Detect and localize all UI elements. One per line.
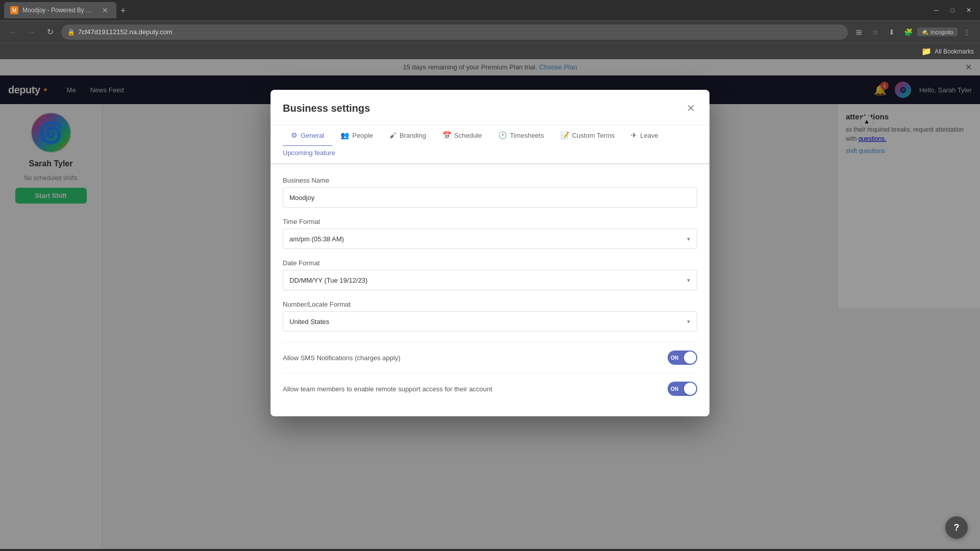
leave-tab-label: Leave bbox=[640, 132, 658, 139]
remote-support-toggle-knob bbox=[684, 383, 696, 395]
leave-tab-icon: ✈ bbox=[631, 131, 637, 139]
schedule-tab-label: Schedule bbox=[454, 132, 482, 139]
time-format-label: Time Format bbox=[283, 218, 697, 226]
tab-custom-terms[interactable]: 📝 Custom Terms bbox=[552, 125, 623, 146]
date-format-select[interactable]: DD/MM/YY (Tue 19/12/23) bbox=[283, 270, 697, 290]
date-format-label: Date Format bbox=[283, 259, 697, 267]
number-locale-group: Number/Locale Format United States bbox=[283, 300, 697, 332]
modal-close-button[interactable]: ✕ bbox=[684, 100, 697, 116]
branding-tab-icon: 🖌 bbox=[389, 131, 397, 139]
reader-mode-button[interactable]: ⊞ bbox=[852, 25, 866, 39]
all-bookmarks-link[interactable]: All Bookmarks bbox=[935, 48, 974, 55]
help-button[interactable]: ? bbox=[945, 516, 968, 539]
tab-people[interactable]: 👥 People bbox=[332, 125, 381, 146]
window-close-button[interactable]: ✕ bbox=[962, 3, 976, 17]
browser-chrome: M Moodjoy - Powered By Deputy ✕ + ─ □ ✕ … bbox=[0, 0, 980, 59]
people-tab-label: People bbox=[352, 132, 373, 139]
browser-tab-area: M Moodjoy - Powered By Deputy ✕ + bbox=[4, 2, 927, 18]
sms-toggle-slider: ON bbox=[668, 350, 697, 365]
tab-close-button[interactable]: ✕ bbox=[100, 5, 110, 15]
tab-branding[interactable]: 🖌 Branding bbox=[381, 125, 434, 146]
remote-support-row: Allow team members to enable remote supp… bbox=[283, 373, 697, 404]
bookmarks-folder-icon: 📁 bbox=[921, 46, 932, 56]
schedule-tab-icon: 📅 bbox=[443, 131, 451, 139]
remote-support-toggle-slider: ON bbox=[668, 382, 697, 396]
modal-body: Business Name Time Format am/pm (05:38 A… bbox=[271, 164, 709, 416]
sms-toggle[interactable]: ON bbox=[668, 350, 697, 365]
maximize-button[interactable]: □ bbox=[945, 3, 960, 17]
remote-support-toggle[interactable]: ON bbox=[668, 382, 697, 396]
modal-tabs-container: ⚙ General 👥 People 🖌 Branding 📅 Schedule bbox=[271, 125, 709, 164]
general-tab-label: General bbox=[301, 132, 324, 139]
tab-favicon: M bbox=[10, 6, 18, 14]
bookmark-button[interactable]: ☆ bbox=[868, 25, 883, 39]
tab-leave[interactable]: ✈ Leave bbox=[623, 125, 666, 146]
sms-toggle-on-label: ON bbox=[671, 355, 678, 361]
browser-menu-button[interactable]: ⋮ bbox=[960, 25, 974, 39]
download-button[interactable]: ⬇ bbox=[885, 25, 899, 39]
active-tab[interactable]: M Moodjoy - Powered By Deputy ✕ bbox=[4, 2, 116, 18]
security-icon: 🔒 bbox=[67, 29, 75, 36]
modal-overlay: Business settings ✕ ⚙ General 👥 People 🖌 bbox=[0, 59, 980, 549]
bookmarks-bar: 📁 All Bookmarks bbox=[0, 43, 980, 59]
address-bar[interactable]: 🔒 7cf47d19112152.na.deputy.com bbox=[61, 24, 848, 40]
time-format-select-wrapper: am/pm (05:38 AM) bbox=[283, 229, 697, 249]
forward-button[interactable]: → bbox=[24, 25, 39, 39]
minimize-button[interactable]: ─ bbox=[929, 3, 943, 17]
remote-support-label: Allow team members to enable remote supp… bbox=[283, 385, 492, 393]
modal-title: Business settings bbox=[283, 103, 370, 122]
window-controls: ─ □ ✕ bbox=[929, 3, 976, 17]
browser-toolbar: ← → ↻ 🔒 7cf47d19112152.na.deputy.com ⊞ ☆… bbox=[0, 20, 980, 43]
tab-title: Moodjoy - Powered By Deputy bbox=[22, 7, 96, 14]
extensions-button[interactable]: 🧩 bbox=[901, 25, 915, 39]
sms-notifications-row: Allow SMS Notifications (charges apply) … bbox=[283, 342, 697, 373]
people-tab-icon: 👥 bbox=[340, 131, 349, 139]
sms-toggle-knob bbox=[684, 352, 696, 364]
timesheets-tab-icon: 🕐 bbox=[498, 131, 507, 139]
business-name-group: Business Name bbox=[283, 177, 697, 208]
timesheets-tab-label: Timesheets bbox=[510, 132, 544, 139]
tab-general[interactable]: ⚙ General bbox=[283, 125, 332, 146]
url-text: 7cf47d19112152.na.deputy.com bbox=[78, 28, 173, 36]
general-tab-icon: ⚙ bbox=[291, 131, 298, 139]
refresh-button[interactable]: ↻ bbox=[43, 25, 57, 39]
number-locale-label: Number/Locale Format bbox=[283, 300, 697, 308]
upcoming-feature-row: Upcoming feature bbox=[283, 146, 697, 163]
sms-notifications-label: Allow SMS Notifications (charges apply) bbox=[283, 354, 400, 362]
incognito-label: Incognito bbox=[930, 29, 953, 35]
business-name-label: Business Name bbox=[283, 177, 697, 184]
incognito-icon: 🕵 bbox=[921, 29, 928, 35]
incognito-badge: 🕵 Incognito bbox=[917, 28, 958, 36]
time-format-select[interactable]: am/pm (05:38 AM) bbox=[283, 229, 697, 249]
upcoming-feature-label[interactable]: Upcoming feature bbox=[283, 147, 335, 159]
modal-header: Business settings ✕ bbox=[271, 90, 709, 125]
number-locale-select[interactable]: United States bbox=[283, 311, 697, 332]
browser-titlebar: M Moodjoy - Powered By Deputy ✕ + ─ □ ✕ bbox=[0, 0, 980, 20]
business-name-input[interactable] bbox=[283, 187, 697, 208]
branding-tab-label: Branding bbox=[400, 132, 426, 139]
modal-tabs-row: ⚙ General 👥 People 🖌 Branding 📅 Schedule bbox=[283, 125, 697, 146]
business-settings-modal: Business settings ✕ ⚙ General 👥 People 🖌 bbox=[271, 90, 709, 416]
custom-terms-tab-label: Custom Terms bbox=[572, 132, 615, 139]
new-tab-button[interactable]: + bbox=[116, 4, 130, 18]
back-button[interactable]: ← bbox=[6, 25, 20, 39]
custom-terms-tab-icon: 📝 bbox=[560, 131, 569, 139]
tab-timesheets[interactable]: 🕐 Timesheets bbox=[490, 125, 552, 146]
remote-support-toggle-on-label: ON bbox=[671, 386, 678, 392]
date-format-group: Date Format DD/MM/YY (Tue 19/12/23) bbox=[283, 259, 697, 290]
time-format-group: Time Format am/pm (05:38 AM) bbox=[283, 218, 697, 249]
toolbar-actions: ⊞ ☆ ⬇ 🧩 🕵 Incognito ⋮ bbox=[852, 25, 974, 39]
date-format-select-wrapper: DD/MM/YY (Tue 19/12/23) bbox=[283, 270, 697, 290]
app-background: 15 days remaining of your Premium Plan t… bbox=[0, 59, 980, 549]
tab-schedule[interactable]: 📅 Schedule bbox=[434, 125, 490, 146]
number-locale-select-wrapper: United States bbox=[283, 311, 697, 332]
